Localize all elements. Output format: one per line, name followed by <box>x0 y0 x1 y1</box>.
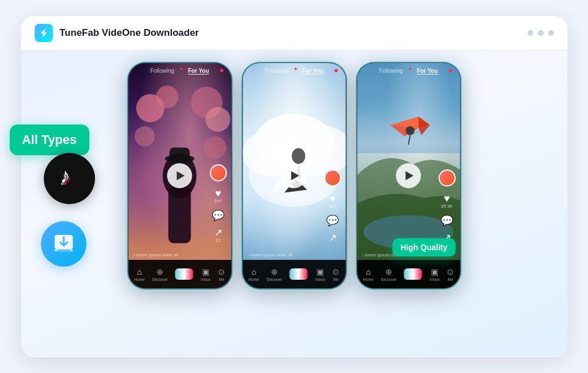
svg-rect-6 <box>169 148 190 163</box>
dot-3 <box>548 30 554 36</box>
svg-rect-4 <box>168 187 191 243</box>
phone-2-play[interactable] <box>282 163 307 188</box>
phone-2-nav-inbox: ▣ Inbox <box>315 267 325 281</box>
download-button[interactable] <box>41 221 87 267</box>
phone-2-heart: ♥ 350 <box>328 193 336 209</box>
app-icon <box>35 24 53 42</box>
phone-1-tab-foryou: For You <box>188 68 209 74</box>
tiktok-icon-main: ♪ <box>60 165 71 186</box>
phone-1-nav-home: ⌂ Home <box>134 267 145 281</box>
phones-container: Following For You ♥ 247 <box>127 62 461 289</box>
phone-2-nav-plus: + <box>290 268 308 280</box>
phone-3-play[interactable] <box>396 163 421 188</box>
phone-1-top-bar: Following For You <box>128 68 231 74</box>
me-icon-2: ⊙ <box>332 267 339 276</box>
phone-3-top-bar: Following For You <box>357 68 460 74</box>
phone-1-bottom-text: ♪ lorem ipsum dolor sit <box>133 252 178 258</box>
dot-1 <box>528 30 533 36</box>
svg-point-10 <box>205 107 231 132</box>
phone-2-nav: ⌂ Home ⊕ Discover + ▣ Inbox <box>242 260 346 288</box>
all-types-badge: All Types <box>10 125 89 155</box>
phone-1: Following For You ♥ 247 <box>127 62 232 289</box>
phone-1-dot <box>180 68 182 70</box>
phone-3-comment: 💬 <box>441 215 453 226</box>
home-icon-3: ⌂ <box>366 267 371 276</box>
plus-icon-2: + <box>290 268 308 280</box>
phone-2: Following For You ♥ 350 💬 <box>241 62 347 289</box>
inbox-icon-3: ▣ <box>431 267 438 276</box>
plus-icon-3: + <box>404 268 422 280</box>
phone-1-heart: ♥ 247 <box>214 188 221 204</box>
phone-3-dot <box>409 68 411 70</box>
phone-2-tab-following: Following <box>265 68 289 74</box>
phone-2-bottom-text: ♪ lorem ipsum dolor sit <box>247 252 293 258</box>
home-icon: ⌂ <box>137 267 142 276</box>
phone-1-tab-following: Following <box>150 68 174 74</box>
phone-3-nav-plus: + <box>404 268 422 280</box>
phone-3-screen: Following For You ♥ 25.3K 💬 <box>357 63 460 288</box>
phone-3-nav-search: ⊕ Discover <box>381 267 396 281</box>
phone-1-avatar <box>209 164 227 181</box>
main-content: All Types ♪ ♪ ♪ <box>21 51 568 357</box>
phone-2-side-icons: ♥ 350 💬 ↗ <box>324 169 341 243</box>
phone-2-comment: 💬 <box>326 215 339 226</box>
plus-icon: + <box>175 268 194 280</box>
phone-2-share: ↗ <box>328 233 337 243</box>
phone-2-nav-me: ⊙ Me <box>332 267 339 281</box>
phone-3-tab-following: Following <box>379 68 403 74</box>
phone-3-heart: ♥ 25.3K <box>441 193 453 209</box>
title-bar: TuneFab VideOne Downloader <box>21 16 568 51</box>
download-icon <box>52 233 75 255</box>
svg-point-12 <box>204 136 227 159</box>
phone-1-share: ↗ 21 <box>214 227 223 243</box>
title-bar-left: TuneFab VideOne Downloader <box>35 24 199 42</box>
phone-1-likes: 247 <box>214 198 221 204</box>
svg-point-11 <box>134 126 155 147</box>
phone-3-record <box>449 69 452 72</box>
svg-rect-2 <box>57 250 71 251</box>
search-icon-2: ⊕ <box>271 267 278 276</box>
phone-1-nav: ⌂ Home ⊕ Discover + ▣ Inbox <box>128 260 231 288</box>
phone-1-play[interactable] <box>167 163 192 188</box>
phone-3-tab-foryou: For You <box>417 68 438 74</box>
svg-rect-18 <box>357 63 460 153</box>
phone-1-nav-plus: + <box>175 268 194 280</box>
me-icon-3: ⊙ <box>447 267 454 276</box>
tiktok-icon: ♪ ♪ ♪ <box>58 165 81 192</box>
phone-1-comments: 21 <box>214 238 223 243</box>
phone-2-record <box>334 69 338 72</box>
phone-2-nav-search: ⊕ Discover <box>266 267 282 281</box>
phone-1-nav-search: ⊕ Discover <box>152 267 167 281</box>
search-icon-3: ⊕ <box>385 267 392 276</box>
phone-1-nav-inbox: ▣ Inbox <box>201 267 211 281</box>
phone-1-nav-me: ⊙ Me <box>218 267 225 281</box>
me-icon: ⊙ <box>218 267 225 276</box>
phone-1-record <box>220 69 223 72</box>
phone-3-avatar <box>438 169 455 186</box>
phone-1-comment: 💬 <box>212 210 224 221</box>
app-title: TuneFab VideOne Downloader <box>60 27 199 39</box>
tiktok-logo: ♪ ♪ ♪ <box>44 153 95 204</box>
phone-3-nav-home: ⌂ Home <box>363 267 374 281</box>
phone-3-side-icons: ♥ 25.3K 💬 ↗ <box>438 169 455 243</box>
inbox-icon: ▣ <box>202 267 209 276</box>
window-controls <box>528 30 554 36</box>
phone-2-dot <box>294 68 297 70</box>
phone-2-screen: Following For You ♥ 350 💬 <box>242 63 346 288</box>
phone-2-top-bar: Following For You <box>242 68 346 74</box>
svg-point-17 <box>291 148 305 164</box>
phone-2-likes: 350 <box>328 204 336 209</box>
search-icon: ⊕ <box>157 267 163 276</box>
phone-2-avatar <box>324 169 341 186</box>
home-icon-2: ⌂ <box>252 267 256 276</box>
phone-2-tab-foryou: For You <box>302 68 323 74</box>
app-window: TuneFab VideOne Downloader All Types ♪ ♪… <box>21 16 568 357</box>
high-quality-badge: High Quality <box>393 238 455 256</box>
svg-point-8 <box>155 86 178 109</box>
inbox-icon-2: ▣ <box>316 267 324 276</box>
phone-3-nav-inbox: ▣ Inbox <box>430 267 439 281</box>
dot-2 <box>538 30 544 36</box>
phone-3-nav: ⌂ Home ⊕ Discover + ▣ Inbox <box>357 260 460 288</box>
phone-1-screen: Following For You ♥ 247 <box>128 63 231 288</box>
phone-2-nav-home: ⌂ Home <box>249 267 260 281</box>
